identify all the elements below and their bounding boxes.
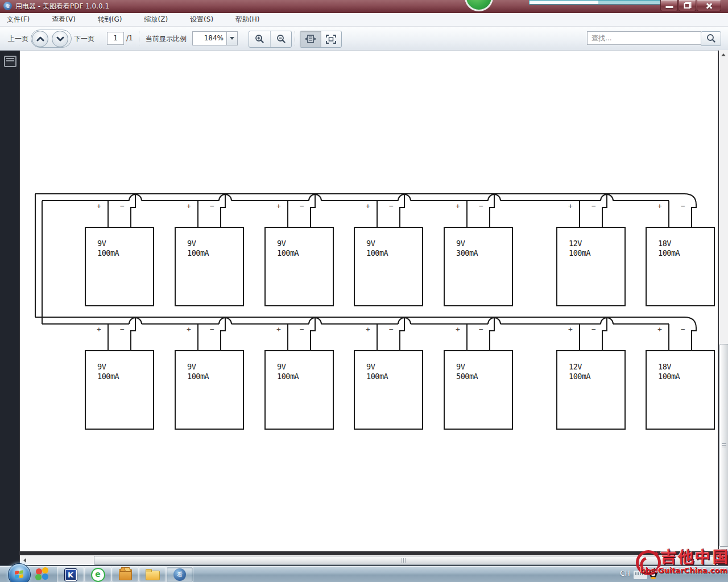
- taskbar-button-package-app[interactable]: [111, 567, 139, 582]
- search-input[interactable]: 查找...: [587, 31, 701, 45]
- plus-terminal-label: +: [97, 325, 101, 334]
- horizontal-scrollbar[interactable]: [20, 555, 718, 565]
- current-label: 100mA: [97, 372, 119, 381]
- current-label: 100mA: [569, 372, 591, 381]
- battery-outline: [85, 227, 154, 306]
- plus-terminal-label: +: [276, 325, 281, 334]
- fit-width-button[interactable]: [300, 31, 321, 47]
- yellow-ball-icon: [42, 567, 48, 573]
- chevron-up-icon: [36, 36, 44, 41]
- menu-help[interactable]: 帮助(H): [229, 15, 267, 24]
- battery-box: 9V500mA+−: [444, 317, 512, 429]
- voltage-label: 9V: [187, 239, 196, 248]
- battery-box: 9V300mA+−: [444, 194, 512, 306]
- taskbar: K e 看 CH: [0, 566, 728, 582]
- minus-lead-wire: [602, 194, 607, 227]
- voltage-label: 9V: [456, 239, 465, 248]
- zoom-in-icon: [254, 34, 264, 44]
- zoom-ratio-value: 184%: [193, 32, 226, 45]
- vertical-scroll-thumb[interactable]: [719, 344, 728, 547]
- fit-width-icon: [305, 34, 316, 44]
- voltage-label: 9V: [187, 362, 196, 371]
- zoom-ratio-combobox[interactable]: 184%: [192, 31, 238, 45]
- minus-terminal-label: −: [479, 202, 483, 210]
- minus-lead-wire: [221, 194, 225, 227]
- zoom-dropdown-button[interactable]: [226, 32, 237, 45]
- prev-page-button[interactable]: [32, 31, 48, 47]
- menu-goto[interactable]: 转到(G): [91, 15, 130, 24]
- current-label: 100mA: [658, 248, 680, 257]
- thumbnail-panel: [0, 50, 19, 565]
- battery-outline: [646, 351, 714, 429]
- minus-terminal-label: −: [300, 325, 304, 334]
- battery-box: 9V100mA+−: [354, 194, 423, 306]
- package-box-icon: [119, 569, 132, 580]
- battery-outline: [175, 227, 243, 306]
- close-icon: [705, 2, 713, 10]
- taskbar-button-browser[interactable]: e: [84, 567, 111, 582]
- toolbar-separator: [139, 31, 139, 45]
- thumbnail-panel-icon[interactable]: [4, 56, 16, 67]
- search-button[interactable]: [701, 31, 721, 46]
- quick-launch-icon[interactable]: [35, 567, 50, 581]
- page-total-label: /1: [126, 34, 133, 42]
- minus-lead-wire: [400, 317, 404, 351]
- taskbar-button-k-app[interactable]: K: [57, 567, 84, 582]
- scroll-up-button[interactable]: [719, 50, 728, 59]
- next-page-button[interactable]: [52, 31, 68, 47]
- taskbar-button-pdf-viewer[interactable]: 看: [166, 567, 193, 582]
- battery-outline: [646, 227, 714, 306]
- watermark-subtitle: bbs.GuitarChina.com: [640, 566, 727, 575]
- minimize-button[interactable]: [660, 0, 678, 11]
- current-label: 100mA: [366, 372, 388, 381]
- green-ball-icon: [35, 574, 42, 580]
- battery-outline: [354, 227, 423, 306]
- minus-lead-wire: [400, 194, 404, 227]
- plus-terminal-label: +: [568, 202, 573, 210]
- zoom-in-button[interactable]: [249, 31, 271, 47]
- circuit-diagram: 9V100mA+−9V100mA+−9V100mA+−9V100mA+−9V30…: [20, 50, 718, 551]
- plus-terminal-label: +: [276, 202, 281, 210]
- plus-terminal-label: +: [187, 325, 191, 334]
- menu-view[interactable]: 查看(V): [45, 15, 84, 24]
- language-indicator[interactable]: CH: [620, 569, 630, 577]
- zoom-out-button[interactable]: [271, 31, 292, 47]
- menu-settings[interactable]: 设置(S): [183, 15, 221, 24]
- battery-outline: [85, 351, 154, 429]
- plus-terminal-label: +: [97, 202, 101, 210]
- start-button[interactable]: [8, 563, 31, 582]
- battery-outline: [354, 351, 423, 429]
- menu-file[interactable]: 文件(F): [0, 15, 38, 24]
- current-label: 100mA: [277, 248, 299, 257]
- zoom-ratio-label: 当前显示比例: [146, 34, 187, 44]
- background-window-edge: [529, 0, 599, 5]
- minus-terminal-label: −: [210, 325, 214, 334]
- voltage-label: 9V: [277, 362, 286, 371]
- minus-lead-wire: [490, 317, 494, 351]
- battery-box: 9V100mA+−: [85, 317, 154, 429]
- current-label: 100mA: [187, 372, 209, 381]
- restore-button[interactable]: [679, 0, 696, 11]
- current-label: 300mA: [456, 248, 478, 257]
- voltage-label: 9V: [97, 239, 106, 248]
- minus-lead-wire: [311, 317, 315, 351]
- zoom-button-group: [249, 31, 292, 48]
- battery-outline: [557, 351, 625, 429]
- minus-terminal-label: −: [120, 325, 125, 334]
- fit-page-button[interactable]: [321, 31, 342, 47]
- battery-box: 18V100mA+−: [646, 324, 714, 429]
- minus-terminal-label: −: [389, 325, 394, 334]
- battery-box: 12V100mA+−: [557, 317, 625, 429]
- horizontal-scroll-thumb[interactable]: [94, 556, 714, 565]
- menu-zoom[interactable]: 缩放(Z): [138, 15, 176, 24]
- search-icon: [706, 34, 716, 44]
- vertical-scrollbar[interactable]: [719, 50, 728, 555]
- watermark: 吉他中国 bbs.GuitarChina.com: [630, 546, 728, 580]
- page-number-input[interactable]: 1: [107, 32, 124, 45]
- taskbar-button-explorer[interactable]: [139, 567, 166, 582]
- minimize-icon: [665, 6, 673, 8]
- close-button[interactable]: [697, 0, 721, 11]
- minus-terminal-label: −: [210, 202, 214, 210]
- voltage-label: 18V: [658, 362, 671, 371]
- battery-outline: [444, 351, 512, 429]
